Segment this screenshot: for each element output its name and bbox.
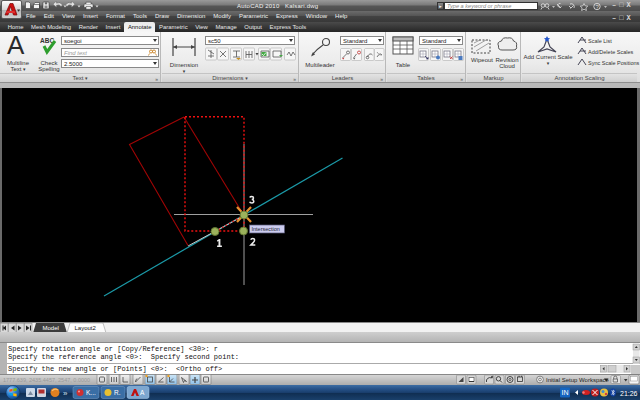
svg-text:IN: IN (562, 389, 569, 396)
svg-text:Layout2: Layout2 (75, 325, 97, 331)
svg-text:21:26: 21:26 (620, 390, 638, 397)
svg-text:Initial Setup Workspace: Initial Setup Workspace (546, 377, 610, 383)
svg-text:»: » (63, 389, 68, 398)
svg-text:A: A (140, 389, 145, 396)
svg-text:Model: Model (43, 325, 59, 331)
svg-text:K...: K... (86, 389, 96, 396)
svg-text:R.: R. (114, 389, 121, 396)
svg-text:Intersection: Intersection (252, 226, 280, 232)
